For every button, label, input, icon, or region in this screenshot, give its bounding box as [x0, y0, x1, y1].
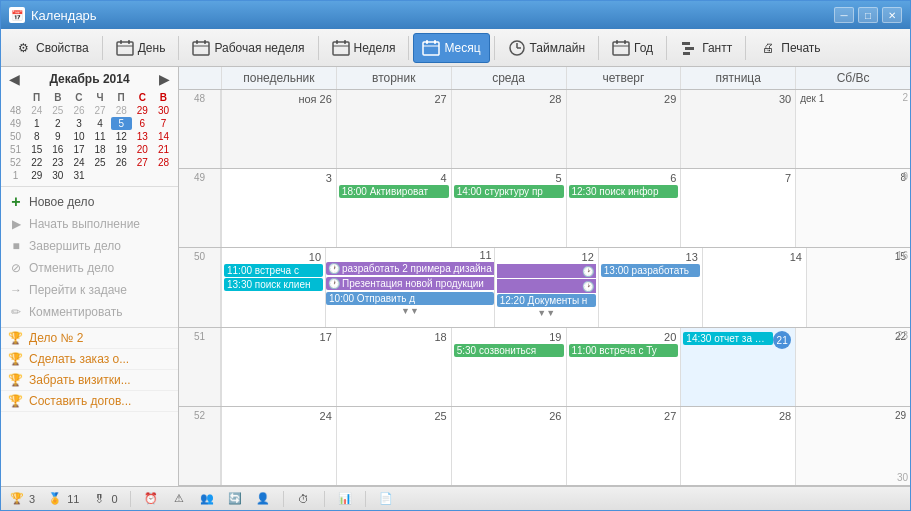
- mini-cal-day[interactable]: 5: [111, 117, 132, 130]
- mini-cal-day[interactable]: 8: [26, 130, 47, 143]
- cal-day[interactable]: 18: [336, 328, 451, 406]
- mini-cal-day[interactable]: 28: [153, 156, 174, 169]
- cal-day[interactable]: 4 18:00 Активироват: [336, 169, 451, 247]
- prev-month-button[interactable]: ◀: [5, 71, 24, 87]
- month-button[interactable]: Месяц: [413, 33, 489, 63]
- cal-day[interactable]: 25: [336, 407, 451, 485]
- properties-button[interactable]: ⚙ Свойства: [5, 33, 98, 63]
- cal-day[interactable]: 3: [221, 169, 336, 247]
- mini-cal-day[interactable]: 14: [153, 130, 174, 143]
- mini-cal-day[interactable]: 12: [111, 130, 132, 143]
- mini-cal-day[interactable]: 10: [68, 130, 89, 143]
- next-month-button[interactable]: ▶: [155, 71, 174, 87]
- cal-day-weekend[interactable]: 29 30: [795, 407, 910, 485]
- maximize-button[interactable]: □: [858, 7, 878, 23]
- mini-cal-day[interactable]: 6: [132, 117, 153, 130]
- mini-cal-day[interactable]: [153, 169, 174, 182]
- list-item[interactable]: 🏆 Дело № 2: [1, 328, 178, 349]
- mini-cal-day[interactable]: 21: [153, 143, 174, 156]
- cal-day[interactable]: 13 13:00 разработать: [598, 248, 702, 326]
- mini-cal-day[interactable]: [111, 169, 132, 182]
- cal-day[interactable]: 27: [566, 407, 681, 485]
- mini-cal-day[interactable]: 30: [153, 104, 174, 117]
- workweek-button[interactable]: Рабочая неделя: [183, 33, 313, 63]
- cal-day[interactable]: 20 11:00 встреча с Ту: [566, 328, 681, 406]
- cal-day-weekend[interactable]: дек 1 2: [795, 90, 910, 168]
- mini-cal-day[interactable]: 2: [47, 117, 68, 130]
- cal-event[interactable]: 5:30 созвониться: [454, 344, 564, 357]
- start-task-button[interactable]: ▶ Начать выполнение: [1, 213, 178, 235]
- gantt-button[interactable]: Гантт: [671, 33, 741, 63]
- cal-day-weekend[interactable]: 8 9: [795, 169, 910, 247]
- cal-day-weekend[interactable]: 22 23: [795, 328, 910, 406]
- mini-cal-day[interactable]: 24: [68, 156, 89, 169]
- cal-event[interactable]: 18:00 Активироват: [339, 185, 449, 198]
- minimize-button[interactable]: ─: [834, 7, 854, 23]
- finish-task-button[interactable]: ■ Завершить дело: [1, 235, 178, 257]
- cal-event[interactable]: 10:00 Отправить д: [326, 292, 494, 305]
- close-button[interactable]: ✕: [882, 7, 902, 23]
- cal-event[interactable]: 13:30 поиск клиен: [224, 278, 323, 291]
- cal-day[interactable]: 26: [451, 407, 566, 485]
- cal-event[interactable]: 12:30 поиск инфор: [569, 185, 679, 198]
- cal-event[interactable]: 14:30 отчет за нед: [683, 332, 773, 345]
- mini-cal-day[interactable]: 18: [90, 143, 111, 156]
- cal-day[interactable]: 10 11:00 встреча с 13:30 поиск клиен: [221, 248, 325, 326]
- cal-day[interactable]: 19 5:30 созвониться: [451, 328, 566, 406]
- mini-cal-day[interactable]: 29: [132, 104, 153, 117]
- cal-day[interactable]: 27: [336, 90, 451, 168]
- cal-event[interactable]: 11:00 встреча с Ту: [569, 344, 679, 357]
- goto-task-button[interactable]: → Перейти к задаче: [1, 279, 178, 301]
- year-button[interactable]: Год: [603, 33, 662, 63]
- mini-cal-day[interactable]: 16: [47, 143, 68, 156]
- mini-cal-day[interactable]: 26: [68, 104, 89, 117]
- cal-day-weekend[interactable]: 15 16: [806, 248, 910, 326]
- cal-event[interactable]: 🕐 Презентация новой продукции: [326, 277, 494, 290]
- cal-day[interactable]: 12 🕑 🕑 12:20 Документы н ▼▼: [494, 248, 598, 326]
- mini-cal-day[interactable]: 19: [111, 143, 132, 156]
- cal-day[interactable]: 30: [680, 90, 795, 168]
- task-scroll-area[interactable]: 🏆 Дело № 2 🏆 Сделать заказ о... 🏆 Забрат…: [1, 328, 178, 486]
- mini-cal-day[interactable]: 4: [90, 117, 111, 130]
- mini-cal-day[interactable]: 3: [68, 117, 89, 130]
- cal-event-continuation[interactable]: 🕑: [497, 279, 596, 293]
- cal-event[interactable]: 14:00 стурктуру пр: [454, 185, 564, 198]
- mini-cal-day[interactable]: 23: [47, 156, 68, 169]
- cal-day[interactable]: ноя 26: [221, 90, 336, 168]
- mini-cal-day[interactable]: 29: [26, 169, 47, 182]
- cal-day[interactable]: 28: [451, 90, 566, 168]
- cal-day[interactable]: 17: [221, 328, 336, 406]
- mini-cal-day[interactable]: 1: [26, 117, 47, 130]
- mini-cal-day[interactable]: 11: [90, 130, 111, 143]
- cal-day[interactable]: 11 🕐 разработать 2 примера дизайна 🕐: [325, 248, 494, 326]
- list-item[interactable]: 🏆 Сделать заказ о...: [1, 349, 178, 370]
- mini-cal-day[interactable]: [90, 169, 111, 182]
- mini-cal-day[interactable]: 27: [132, 156, 153, 169]
- mini-cal-day[interactable]: 24: [26, 104, 47, 117]
- new-task-button[interactable]: + Новое дело: [1, 191, 178, 213]
- list-item[interactable]: 🏆 Составить догов...: [1, 391, 178, 412]
- mini-cal-day[interactable]: 20: [132, 143, 153, 156]
- mini-cal-day[interactable]: [132, 169, 153, 182]
- timeline-button[interactable]: Таймлайн: [499, 33, 594, 63]
- cal-event[interactable]: 11:00 встреча с: [224, 264, 323, 277]
- cal-event[interactable]: 12:20 Документы н: [497, 294, 596, 307]
- cal-day[interactable]: 14: [702, 248, 806, 326]
- mini-cal-day[interactable]: 9: [47, 130, 68, 143]
- list-item[interactable]: 🏆 Забрать визитки...: [1, 370, 178, 391]
- mini-cal-day[interactable]: 13: [132, 130, 153, 143]
- print-button[interactable]: 🖨 Печать: [750, 33, 829, 63]
- cal-event-continuation[interactable]: 🕑: [497, 264, 596, 278]
- week-button[interactable]: Неделя: [323, 33, 405, 63]
- mini-cal-day[interactable]: 22: [26, 156, 47, 169]
- mini-cal-day[interactable]: 17: [68, 143, 89, 156]
- mini-cal-day[interactable]: 26: [111, 156, 132, 169]
- mini-cal-day[interactable]: 25: [90, 156, 111, 169]
- cal-day-today[interactable]: 21 14:30 отчет за нед: [680, 328, 795, 406]
- cal-day[interactable]: 7: [680, 169, 795, 247]
- cal-day[interactable]: 24: [221, 407, 336, 485]
- mini-cal-day[interactable]: 27: [90, 104, 111, 117]
- mini-cal-day[interactable]: 31: [68, 169, 89, 182]
- cal-event[interactable]: 13:00 разработать: [601, 264, 700, 277]
- cancel-task-button[interactable]: ⊘ Отменить дело: [1, 257, 178, 279]
